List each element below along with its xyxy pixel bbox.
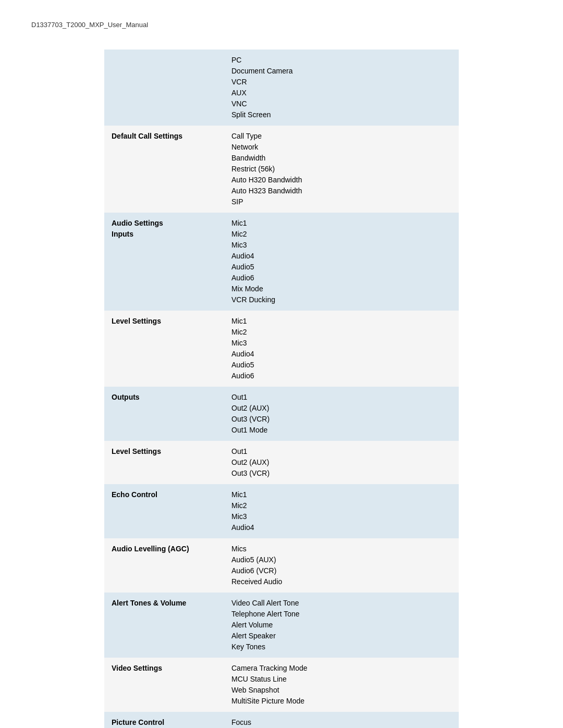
row-label: Audio SettingsInputs bbox=[104, 213, 224, 311]
row-values: Out1Out2 (AUX)Out3 (VCR) bbox=[224, 441, 459, 484]
row-values: Camera Tracking ModeMCU Status LineWeb S… bbox=[224, 658, 459, 712]
table-row: OutputsOut1Out2 (AUX)Out3 (VCR)Out1 Mode bbox=[104, 387, 459, 441]
row-label: Echo Control bbox=[104, 484, 224, 538]
table-row: Level SettingsMic1Mic2Mic3Audio4Audio5Au… bbox=[104, 311, 459, 387]
row-values: PCDocument CameraVCRAUXVNCSplit Screen bbox=[224, 50, 459, 126]
table-row: Audio Levelling (AGC)MicsAudio5 (AUX)Aud… bbox=[104, 538, 459, 593]
table-row: Echo ControlMic1Mic2Mic3Audio4 bbox=[104, 484, 459, 538]
row-values: Focus bbox=[224, 712, 459, 728]
table-row: Picture ControlFocus bbox=[104, 712, 459, 728]
page-header: D1337703_T2000_MXP_User_Manual bbox=[31, 21, 532, 29]
row-values: Mic1Mic2Mic3Audio4Audio5Audio6Mix ModeVC… bbox=[224, 213, 459, 311]
table-row: Alert Tones & VolumeVideo Call Alert Ton… bbox=[104, 593, 459, 658]
row-label: Level Settings bbox=[104, 441, 224, 484]
table-row: PCDocument CameraVCRAUXVNCSplit Screen bbox=[104, 50, 459, 126]
row-label: Default Call Settings bbox=[104, 126, 224, 213]
row-values: Mic1Mic2Mic3Audio4Audio5Audio6 bbox=[224, 311, 459, 387]
row-label: Level Settings bbox=[104, 311, 224, 387]
document-title: D1337703_T2000_MXP_User_Manual bbox=[31, 21, 148, 29]
row-label: Alert Tones & Volume bbox=[104, 593, 224, 658]
row-label: Outputs bbox=[104, 387, 224, 441]
row-label bbox=[104, 50, 224, 126]
table-row: Level SettingsOut1Out2 (AUX)Out3 (VCR) bbox=[104, 441, 459, 484]
settings-table: PCDocument CameraVCRAUXVNCSplit ScreenDe… bbox=[104, 50, 459, 728]
row-values: Out1Out2 (AUX)Out3 (VCR)Out1 Mode bbox=[224, 387, 459, 441]
table-row: Audio SettingsInputsMic1Mic2Mic3Audio4Au… bbox=[104, 213, 459, 311]
row-values: MicsAudio5 (AUX)Audio6 (VCR)Received Aud… bbox=[224, 538, 459, 593]
row-label: Audio Levelling (AGC) bbox=[104, 538, 224, 593]
row-values: Video Call Alert ToneTelephone Alert Ton… bbox=[224, 593, 459, 658]
table-row: Video SettingsCamera Tracking ModeMCU St… bbox=[104, 658, 459, 712]
row-values: Call TypeNetworkBandwidthRestrict (56k)A… bbox=[224, 126, 459, 213]
row-label: Video Settings bbox=[104, 658, 224, 712]
row-label: Picture Control bbox=[104, 712, 224, 728]
row-values: Mic1Mic2Mic3Audio4 bbox=[224, 484, 459, 538]
table-row: Default Call SettingsCall TypeNetworkBan… bbox=[104, 126, 459, 213]
